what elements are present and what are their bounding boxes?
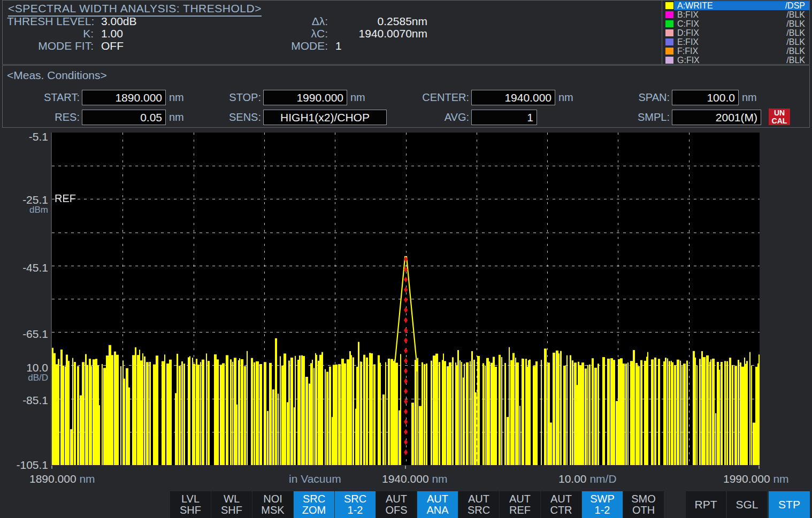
trace-name: B:FIX [677,10,699,19]
avg-field[interactable]: 1 [471,110,537,125]
softkey-aut-ofs[interactable]: AUTOFS [376,491,417,518]
trace-color-swatch [665,20,673,27]
smpl-field[interactable]: 2001(M) [672,110,761,125]
thresh-level-value: 3.00dB [101,15,137,28]
yaxis-tick-5: -85.1 [0,394,48,407]
start-unit: nm [169,90,184,105]
softkey-label: SHF [211,505,252,516]
thresh-level-row: THRESH LEVEL:3.00dB [7,15,137,28]
xaxis-center-value: 1940.000 [382,473,429,485]
softkey-src-1-2[interactable]: SRC1-2 [335,491,376,518]
softkey-wl-shf[interactable]: WLSHF [211,491,252,518]
softkey-stp[interactable]: STP [769,491,810,518]
stop-field[interactable]: 1990.000 [263,90,347,105]
softkey-label: SHF [170,505,211,516]
softkey-label: OTH [623,505,664,516]
xaxis-tick-left [51,466,52,469]
softkey-noi-msk[interactable]: NOIMSK [252,491,293,518]
softkey-label: AUT [417,493,458,505]
yaxis-unit-dbm: dBm [0,205,48,215]
mode-row: MODE:1 [227,40,427,52]
sens-field[interactable]: HIGH1(x2)/CHOP [263,110,387,125]
trace-color-swatch [665,11,673,18]
span-unit: nm [742,90,757,105]
trace-color-swatch [665,38,673,45]
trace-name: A:WRITE [677,1,713,10]
trace-row-a[interactable]: A:WRITE /DSP [662,1,809,10]
softkey-label: ZOM [294,505,334,516]
softkey-label: SMO [623,493,664,505]
trace-color-swatch [665,57,673,64]
softkey-rpt[interactable]: RPT [686,491,726,518]
center-unit: nm [558,90,573,105]
k-value: 1.00 [101,27,123,40]
softkey-label: CTR [541,505,581,516]
span-label: SPAN: [612,90,670,105]
softkey-lvl-shf[interactable]: LVLSHF [170,491,211,518]
uncal-line1: UN [769,109,790,117]
stop-label: STOP: [206,90,261,105]
mode-value: 1 [335,40,427,52]
xaxis-scale-label: 10.00 nm/D [558,473,617,485]
meas-conditions-title: <Meas. Conditions> [7,69,107,82]
softkey-sgl[interactable]: SGL [727,491,767,518]
trace-row-g[interactable]: G:FIX /BLK [662,56,809,65]
softkey-label: REF [500,505,540,516]
trace-display-mode: /BLK [786,37,805,47]
xaxis-center-label: 1940.000 nm [382,473,448,485]
xaxis-tick-right [759,466,760,469]
softkey-label: STP [778,498,800,511]
softkey-smo-oth[interactable]: SMOOTH [623,491,664,518]
trace-row-f[interactable]: F:FIX /BLK [662,47,809,56]
softkey-label: AUT [458,493,499,505]
xaxis-start-unit: nm [79,473,95,485]
xaxis-stop-unit: nm [773,473,788,485]
trace-name: C:FIX [677,19,699,28]
osa-screen: <SPECTRAL WIDTH ANALYSIS: THRESHOLD> THR… [0,0,812,518]
trace-name: D:FIX [677,28,699,37]
res-field[interactable]: 0.05 [82,110,166,125]
trace-color-swatch [665,2,673,9]
softkey-label: AUT [500,493,540,505]
spectral-width-analysis-panel: <SPECTRAL WIDTH ANALYSIS: THRESHOLD> THR… [2,0,662,65]
xaxis-center-unit: nm [432,473,447,485]
start-label: START: [13,90,80,105]
softkey-aut-ctr[interactable]: AUTCTR [541,491,581,518]
delta-lambda-value: 0.2585nm [335,15,427,28]
res-label: RES: [13,110,80,125]
softkey-src-zom[interactable]: SRCZOM [294,491,334,518]
center-field[interactable]: 1940.000 [471,90,555,105]
softkey-swp-1-2[interactable]: SWP1-2 [582,491,623,518]
trace-row-b[interactable]: B:FIX /BLK [662,10,809,19]
trace-color-swatch [665,48,673,55]
softkey-aut-src[interactable]: AUTSRC [458,491,499,518]
thresh-level-label: THRESH LEVEL: [7,15,94,28]
softkey-aut-ana[interactable]: AUTANA [417,491,458,518]
softkey-label: ANA [417,505,458,516]
lambda-c-value: 1940.0070nm [335,27,427,40]
softkey-aut-ref[interactable]: AUTREF [500,491,540,518]
start-field[interactable]: 1890.000 [82,90,166,105]
softkey-label: OFS [376,505,417,516]
trace-display-mode: /BLK [786,47,805,56]
trace-row-c[interactable]: C:FIX /BLK [662,19,809,28]
softkey-label: SWP [582,493,623,505]
span-field[interactable]: 100.0 [672,90,739,105]
softkey-label: RPT [695,498,717,511]
trace-display-mode: /BLK [786,19,805,28]
trace-row-d[interactable]: D:FIX /BLK [662,28,809,37]
softkey-label: MSK [252,505,293,516]
trace-display-mode: /DSP [785,1,805,10]
softkey-label: SGL [736,498,758,511]
res-unit: nm [169,110,184,125]
softkey-label: 1-2 [335,505,376,516]
softkey-label: AUT [541,493,581,505]
sens-label: SENS: [206,110,261,125]
spectrum-plot[interactable] [52,133,760,465]
trace-legend-panel: A:WRITE /DSP B:FIX /BLK C:FIX /BLK D:FIX… [662,0,810,65]
xaxis-stop-value: 1990.000 [723,473,770,485]
xaxis-scale-unit: nm/D [589,473,616,485]
softkey-label: AUT [376,493,417,505]
trace-row-e[interactable]: E:FIX /BLK [662,37,809,47]
xaxis-start-value: 1890.000 [29,473,76,485]
